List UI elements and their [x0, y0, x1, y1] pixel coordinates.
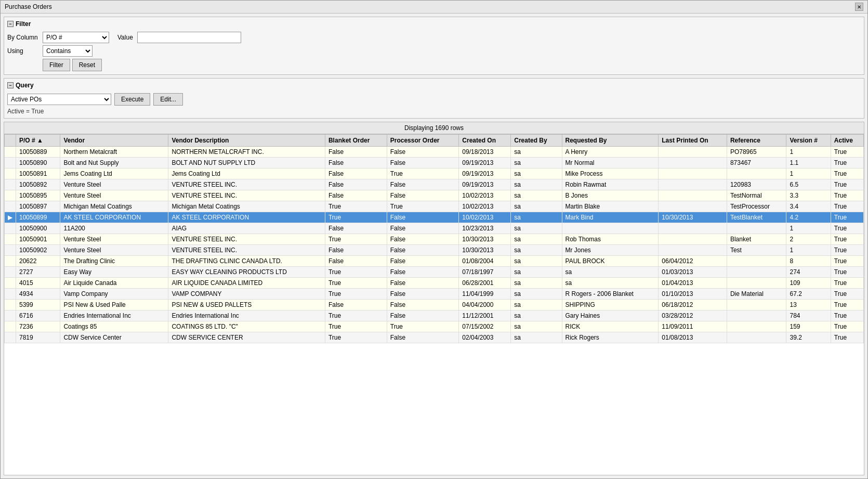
edit-button[interactable]: Edit... — [153, 93, 183, 106]
table-row[interactable]: 10050889Northern MetalcraftNORTHERN META… — [5, 147, 864, 158]
cell-reference: TestBlanket — [727, 212, 786, 223]
cell-version: 784 — [786, 310, 831, 321]
filter-using-row: Using Contains Starts With Equals Not Co… — [7, 45, 861, 57]
cell-reference — [727, 310, 786, 321]
cell-active: True — [831, 321, 863, 332]
cell-last-printed: 11/09/2011 — [659, 321, 727, 332]
cell-created-on: 01/08/2004 — [459, 256, 511, 267]
col-active[interactable]: Active — [831, 135, 863, 147]
cell-last-printed — [659, 245, 727, 256]
col-po[interactable]: P/O # ▲ — [16, 135, 60, 147]
cell-reference — [727, 321, 786, 332]
col-blanket[interactable]: Blanket Order — [325, 135, 387, 147]
cell-po: 7236 — [16, 321, 60, 332]
table-row[interactable]: 10050891Jems Coating LtdJems Coating Ltd… — [5, 169, 864, 179]
by-column-label: By Column — [7, 34, 38, 41]
value-input[interactable] — [137, 32, 241, 43]
cell-blanket: True — [325, 321, 387, 332]
cell-vendor: Coatings 85 — [60, 321, 168, 332]
cell-vendor: Easy Way — [60, 267, 168, 278]
cell-created-on: 09/19/2013 — [459, 169, 511, 179]
cell-requested-by: Rick Rogers — [562, 332, 659, 343]
table-row[interactable]: 5399PSI New & Used PallePSI NEW & USED P… — [5, 300, 864, 310]
cell-last-printed: 06/18/2012 — [659, 300, 727, 310]
cell-last-printed — [659, 190, 727, 201]
cell-last-printed — [659, 169, 727, 179]
cell-blanket: False — [325, 300, 387, 310]
table-row[interactable]: 10050897Michigan Metal CoatingsMichigan … — [5, 201, 864, 212]
cell-blanket: False — [325, 256, 387, 267]
cell-po: 10050897 — [16, 201, 60, 212]
cell-processor: True — [387, 201, 459, 212]
cell-blanket: False — [325, 179, 387, 190]
col-last-printed[interactable]: Last Printed On — [659, 135, 727, 147]
col-requested-by[interactable]: Requested By — [562, 135, 659, 147]
cell-po: 2727 — [16, 267, 60, 278]
cell-created-by: sa — [511, 332, 562, 343]
close-button[interactable]: ✕ — [855, 3, 863, 11]
col-reference[interactable]: Reference — [727, 135, 786, 147]
table-row[interactable]: 2727Easy WayEASY WAY CLEANING PRODUCTS L… — [5, 267, 864, 278]
col-version[interactable]: Version # — [786, 135, 831, 147]
cell-last-printed — [659, 158, 727, 169]
cell-last-printed: 06/04/2012 — [659, 256, 727, 267]
row-arrow-cell — [5, 332, 16, 343]
execute-button[interactable]: Execute — [114, 93, 150, 106]
cell-vendor-desc: VENTURE STEEL INC. — [168, 234, 325, 245]
cell-last-printed — [659, 234, 727, 245]
cell-processor: False — [387, 245, 459, 256]
col-vendor[interactable]: Vendor — [60, 135, 168, 147]
filter-button[interactable]: Filter — [43, 59, 70, 71]
col-created-on[interactable]: Created On — [459, 135, 511, 147]
table-row[interactable]: 10050902Venture SteelVENTURE STEEL INC.F… — [5, 245, 864, 256]
col-created-by[interactable]: Created By — [511, 135, 562, 147]
cell-last-printed — [659, 147, 727, 158]
table-row[interactable]: 4934Vamp CompanyVAMP COMPANYTrueFalse11/… — [5, 289, 864, 300]
cell-last-printed: 01/08/2013 — [659, 332, 727, 343]
cell-requested-by: Mr Normal — [562, 158, 659, 169]
cell-last-printed — [659, 223, 727, 234]
table-row[interactable]: 7236Coatings 85COATINGS 85 LTD. "C"TrueT… — [5, 321, 864, 332]
cell-version: 39.2 — [786, 332, 831, 343]
col-processor[interactable]: Processor Order — [387, 135, 459, 147]
cell-created-on: 10/02/2013 — [459, 201, 511, 212]
cell-vendor-desc: BOLT AND NUT SUPPLY LTD — [168, 158, 325, 169]
table-row[interactable]: 1005090011A200AIAGFalseFalse10/23/2013sa… — [5, 223, 864, 234]
cell-processor: False — [387, 147, 459, 158]
cell-version: 3.4 — [786, 201, 831, 212]
cell-requested-by: R Rogers - 2006 Blanket — [562, 289, 659, 300]
cell-po: 4015 — [16, 278, 60, 289]
reset-button[interactable]: Reset — [72, 59, 102, 71]
row-arrow-cell — [5, 158, 16, 169]
cell-active: True — [831, 190, 863, 201]
table-row[interactable]: 4015Air Liquide CanadaAIR LIQUIDE CANADA… — [5, 278, 864, 289]
table-row[interactable]: 10050892Venture SteelVENTURE STEEL INC.F… — [5, 179, 864, 190]
table-row[interactable]: 10050901Venture SteelVENTURE STEEL INC.T… — [5, 234, 864, 245]
cell-created-on: 11/04/1999 — [459, 289, 511, 300]
table-row[interactable]: 7819CDW Service CenterCDW SERVICE CENTER… — [5, 332, 864, 343]
by-column-select[interactable]: P/O # Vendor Vendor Description Blanket … — [43, 32, 109, 43]
cell-blanket: True — [325, 201, 387, 212]
cell-processor: True — [387, 169, 459, 179]
cell-created-by: sa — [511, 190, 562, 201]
col-vendor-desc[interactable]: Vendor Description — [168, 135, 325, 147]
query-collapse-icon[interactable]: − — [7, 82, 14, 88]
cell-created-by: sa — [511, 147, 562, 158]
cell-vendor-desc: VENTURE STEEL INC. — [168, 190, 325, 201]
table-row[interactable]: 20622The Drafting ClinicTHE DRAFTING CLI… — [5, 256, 864, 267]
table-row[interactable]: ▶10050899AK STEEL CORPORATIONAK STEEL CO… — [5, 212, 864, 223]
row-arrow-cell — [5, 147, 16, 158]
table-row[interactable]: 6716Endries International IncEndries Int… — [5, 310, 864, 321]
table-row[interactable]: 10050890Bolt and Nut SupplyBOLT AND NUT … — [5, 158, 864, 169]
cell-version: 8 — [786, 256, 831, 267]
cell-blanket: True — [325, 212, 387, 223]
cell-blanket: False — [325, 169, 387, 179]
cell-active: True — [831, 289, 863, 300]
table-row[interactable]: 10050895Venture SteelVENTURE STEEL INC.F… — [5, 190, 864, 201]
cell-requested-by: sa — [562, 267, 659, 278]
cell-last-printed: 10/30/2013 — [659, 212, 727, 223]
query-select[interactable]: Active POs All POs Blanket Orders — [7, 94, 111, 105]
filter-collapse-icon[interactable]: − — [7, 21, 14, 27]
cell-vendor-desc: VENTURE STEEL INC. — [168, 179, 325, 190]
using-select[interactable]: Contains Starts With Equals Not Contains — [43, 45, 93, 57]
